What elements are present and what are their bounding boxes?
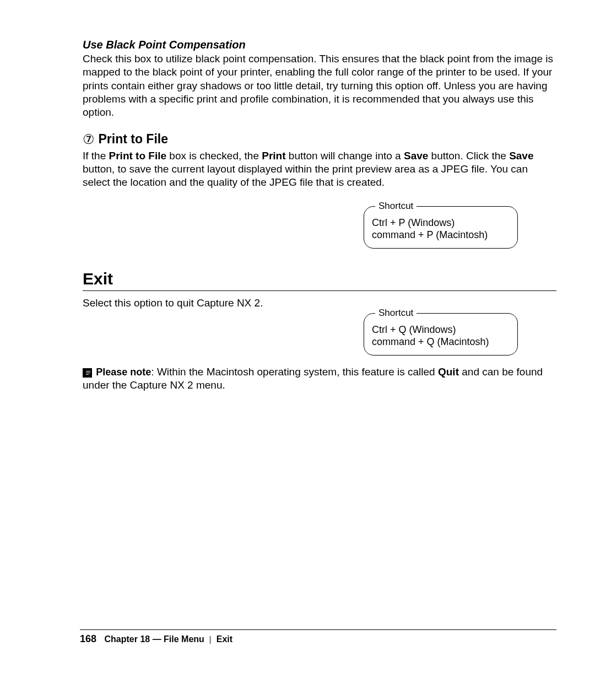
exit-shortcut-mac: command + Q (Macintosh): [372, 336, 510, 348]
print-to-file-body: If the Print to File box is checked, the…: [83, 149, 556, 190]
exit-shortcut-windows: Ctrl + Q (Windows): [372, 324, 510, 336]
print-to-file-title: Print to File: [98, 132, 168, 147]
blackpoint-body: Check this box to utilize black point co…: [83, 52, 556, 120]
blackpoint-heading: Use Black Point Compensation: [83, 39, 556, 51]
exit-rule: [83, 290, 556, 291]
exit-shortcut-box: Shortcut Ctrl + Q (Windows) command + Q …: [364, 313, 518, 356]
exit-note: Please note: Within the Macintosh operat…: [83, 365, 556, 392]
footer-rule: [80, 629, 556, 630]
circled-seven-icon: ⑦: [83, 132, 95, 147]
footer-chapter: Chapter 18 — File Menu: [105, 634, 204, 644]
print-shortcut-mac: command + P (Macintosh): [372, 229, 510, 241]
footer-section: Exit: [217, 634, 232, 644]
shortcut-legend: Shortcut: [375, 200, 416, 212]
note-label: Please note: [96, 367, 151, 378]
print-shortcut-box: Shortcut Ctrl + P (Windows) command + P …: [364, 206, 518, 249]
footer-separator: [210, 636, 210, 644]
print-to-file-heading: ⑦ Print to File: [83, 132, 556, 147]
shortcut-legend: Shortcut: [375, 307, 416, 319]
page-footer: 168 Chapter 18 — File Menu Exit: [0, 625, 595, 645]
footer-page-number: 168: [80, 633, 96, 644]
note-icon: [83, 368, 92, 378]
exit-heading: Exit: [83, 270, 556, 288]
print-shortcut-windows: Ctrl + P (Windows): [372, 217, 510, 229]
exit-body: Select this option to quit Capture NX 2.: [83, 297, 556, 310]
